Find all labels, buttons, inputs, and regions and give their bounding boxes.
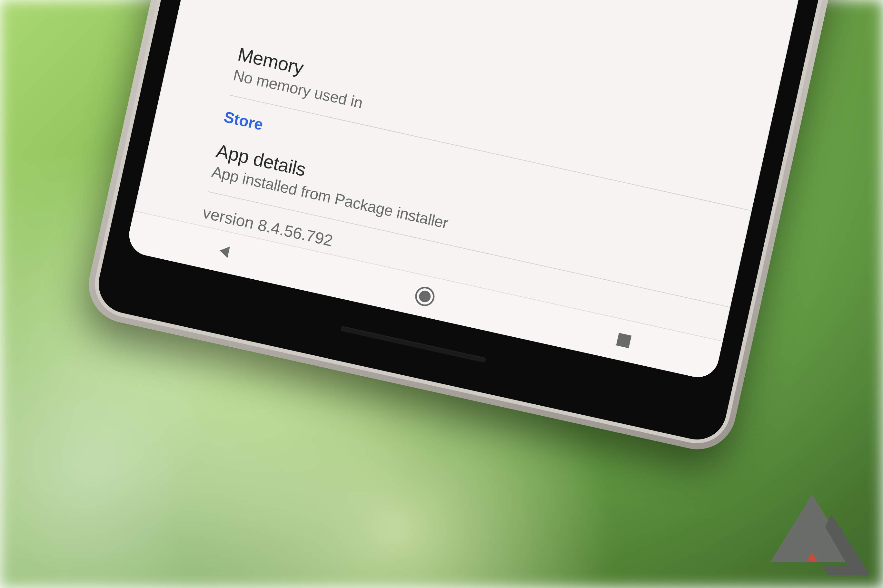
nav-back-triangle-icon [216, 253, 232, 261]
phone-speaker-grille [340, 326, 486, 363]
nav-home-circle-icon [418, 290, 432, 303]
nav-recent-button[interactable] [616, 333, 632, 348]
phone-screen: Memory No memory used in Store App detai… [125, 0, 834, 381]
watermark-logo [764, 491, 873, 585]
nav-back-button[interactable] [216, 243, 234, 262]
svg-marker-0 [219, 244, 230, 258]
nav-home-button[interactable] [414, 285, 437, 308]
